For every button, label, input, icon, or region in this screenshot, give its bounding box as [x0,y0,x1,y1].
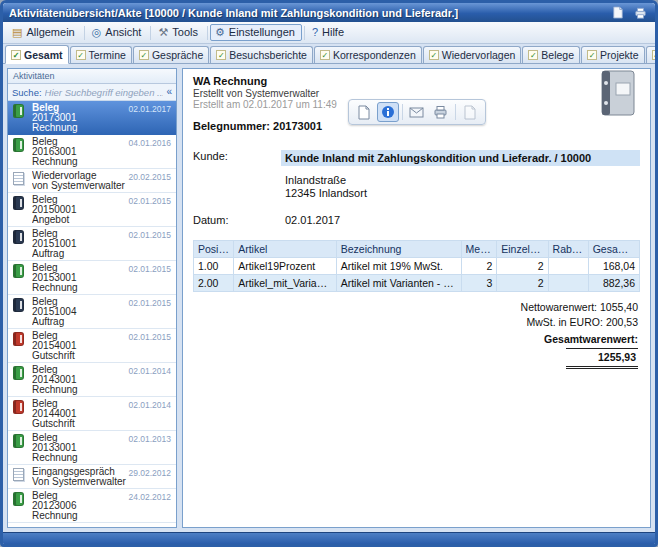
form-icon: ▤ [12,27,22,38]
table-cell: 1.00 [194,258,234,275]
tab-label: Besuchsberichte [229,49,307,61]
activity-item[interactable]: Beleg20173001Rechnung02.01.2017 [8,101,176,135]
activity-date: 20.02.2015 [128,172,171,182]
invoice-book-icon [13,365,27,395]
activity-date: 02.01.2013 [128,434,171,444]
tab-label: Wiedervorlagen [442,49,516,61]
menu-separator [207,26,208,40]
titlebar-print-icon[interactable] [631,5,649,20]
vat-label: MwSt. in EURO: [526,316,602,328]
activity-number: 20143001 [32,375,172,385]
table-cell: Artikel_mit_Varianten.004 [234,275,337,292]
tab-korrespondenzen[interactable]: ✓Korrespondenzen [314,46,422,63]
view-icon: ◎ [92,27,102,38]
grand-total-value: 1255,93 [566,348,638,369]
menu-item-label: Tools [172,26,198,38]
app-window: Aktivitätenübersicht/Akte [10000 / Kunde… [0,0,658,547]
activity-date: 02.01.2015 [128,264,171,274]
info-icon[interactable] [377,102,399,122]
activity-kind: Gutschrift [32,419,172,429]
email-icon[interactable] [406,102,428,122]
column-header[interactable]: Rabatt % [548,241,588,258]
activity-item[interactable]: Beleg20143001Rechnung02.01.2014 [8,363,176,397]
status-bar [3,532,655,544]
menu-item-einstellungen[interactable]: ⚙Einstellungen [210,24,302,41]
column-header[interactable]: Artikel [234,241,337,258]
activity-item[interactable]: Beleg20133001Rechnung02.01.2013 [8,431,176,465]
credit-book-icon [13,331,27,361]
address-line-2: 12345 Inlandsort [285,187,640,200]
column-header[interactable]: Gesamtpreis [588,241,639,258]
activity-item[interactable]: Beleg20151004Auftrag02.01.2015 [8,295,176,329]
menu-item-ansicht[interactable]: ◎Ansicht [87,24,149,41]
activity-date: 29.02.2012 [128,468,171,478]
items-table-head-row: PositionArtikelBezeichnungMengeEinzelpre… [194,241,640,258]
column-header[interactable]: Einzelpreis [497,241,548,258]
print-icon[interactable] [430,102,452,122]
activity-item[interactable]: Beleg20163001Rechnung04.01.2016 [8,135,176,169]
tab-belege[interactable]: ✓Belege [522,46,580,63]
customer-address: Inlandstraße 12345 Inlandsort [281,174,640,200]
column-header[interactable]: Position [194,241,234,258]
tab-bar: ✓Gesamt✓Termine✓Gespräche✓Besuchsbericht… [3,44,655,64]
menu-item-allgemein[interactable]: ▤Allgemein [7,24,82,41]
tab-gesamt[interactable]: ✓Gesamt [5,45,69,64]
tab-termine[interactable]: ✓Termine [70,46,132,63]
settings-gear-icon: ⚙ [215,27,225,38]
activity-date: 02.01.2014 [128,400,171,410]
menu-item-hilfe[interactable]: ?Hilfe [307,24,351,41]
tab-wiedervorlagen[interactable]: ✓Wiedervorlagen [423,46,522,63]
menu-item-label: Einstellungen [229,26,295,38]
table-cell: 2 [461,258,497,275]
tab-besuchsberichte[interactable]: ✓Besuchsberichte [210,46,313,63]
table-row[interactable]: 2.00Artikel_mit_Varianten.004Artikel mit… [194,275,640,292]
activity-item[interactable]: EingangsgesprächVon Systemverwalter29.02… [8,465,176,489]
beleg-number-label: Belegnummer: [193,120,270,132]
open-document-icon[interactable] [353,102,375,122]
totals: Nettowarenwert:1055,40 MwSt. in EURO:200… [193,300,640,369]
activity-item[interactable]: Beleg20151001Auftrag02.01.2015 [8,227,176,261]
table-cell: 882,36 [588,275,639,292]
search-row: Suche: « [8,84,176,101]
customer-value[interactable]: Kunde Inland mit Zahlungskondition und L… [281,150,640,166]
activity-item[interactable]: Wiedervorlagevon Systemverwalter20.02.20… [8,169,176,193]
content-area: Aktivitäten Suche: « Beleg20173001Rechnu… [3,64,655,532]
copy-document-icon[interactable] [459,102,481,122]
title-bar[interactable]: Aktivitätenübersicht/Akte [10000 / Kunde… [3,3,655,22]
search-input[interactable] [45,87,164,98]
tab-label: Gespräche [152,49,203,61]
beleg-number-value: 20173001 [273,120,322,132]
credit-book-icon [13,399,27,429]
menu-bar: ▤Allgemein◎Ansicht⚒Tools⚙Einstellungen?H… [3,22,655,44]
tab-gespraeche[interactable]: ✓Gespräche [133,46,209,63]
customer-row: Kunde: Kunde Inland mit Zahlungskonditio… [193,150,640,166]
activity-date: 02.01.2017 [128,104,171,114]
sidebar-collapse-icon[interactable]: « [166,87,172,97]
search-label: Suche: [12,87,42,98]
tab-label: Termine [89,49,126,61]
activity-item[interactable]: Beleg20153001Rechnung02.01.2015 [8,261,176,295]
activity-item[interactable]: Beleg20144001Gutschrift02.01.2014 [8,397,176,431]
table-cell: 2 [497,258,548,275]
vat-row: MwSt. in EURO:200,53 [526,315,638,330]
menu-item-tools[interactable]: ⚒Tools [153,24,205,41]
tab-label: Korrespondenzen [333,49,416,61]
activity-item[interactable]: Beleg20123006Rechnung24.02.2012 [8,489,176,523]
menu-item-label: Ansicht [105,26,141,38]
sidebar-header: Aktivitäten [8,69,176,84]
tab-label: Gesamt [24,49,63,61]
tab-label: Belege [541,49,574,61]
net-total-row: Nettowarenwert:1055,40 [521,300,638,315]
binder-icon [598,69,638,119]
tab-mahndokumente[interactable]: ✓Mahndokumente [646,46,658,63]
table-row[interactable]: 1.00Artikel19ProzentArtikel mit 19% MwSt… [194,258,640,275]
column-header[interactable]: Bezeichnung [336,241,461,258]
activity-number: 20154001 [32,341,172,351]
activity-number: von Systemverwalter [32,181,172,191]
activity-item[interactable]: Beleg20150001Angebot02.01.2015 [8,193,176,227]
activity-item[interactable]: Beleg20154001Gutschrift02.01.2015 [8,329,176,363]
titlebar-document-icon[interactable] [609,5,627,20]
tab-projekte[interactable]: ✓Projekte [581,46,645,63]
column-header[interactable]: Menge [461,241,497,258]
activity-date: 02.01.2015 [128,196,171,206]
